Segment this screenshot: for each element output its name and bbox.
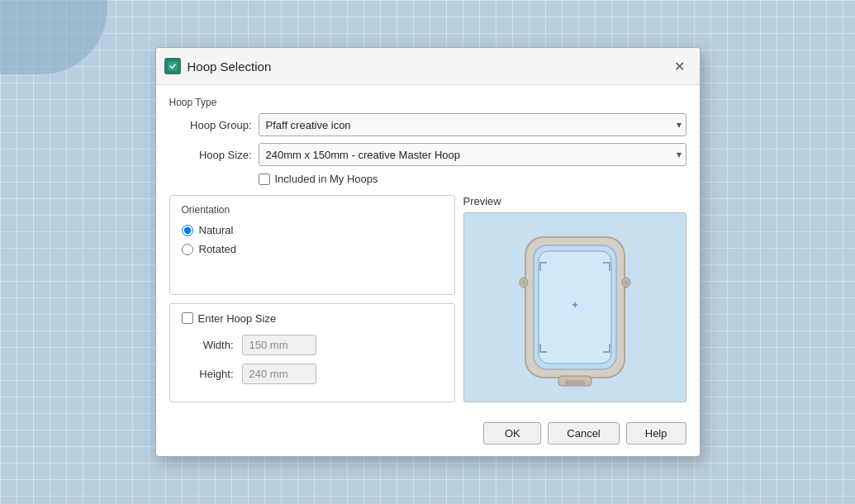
preview-box: [463, 212, 686, 402]
enter-hoop-size-checkbox[interactable]: [182, 312, 193, 324]
orientation-label: Orientation: [182, 204, 443, 216]
hoop-group-label: Hoop Group:: [169, 119, 252, 131]
enter-size-section: Enter Hoop Size Width: Height:: [169, 303, 455, 403]
hoop-size-row: Hoop Size: 240mm x 150mm - creative Mast…: [169, 143, 686, 166]
hoop-preview-svg: [517, 225, 633, 390]
hoop-size-label: Hoop Size:: [169, 149, 252, 161]
preview-label: Preview: [463, 195, 686, 207]
hoop-type-label: Hoop Type: [169, 97, 686, 108]
dialog-title: Hoop Selection: [188, 59, 670, 74]
dialog-body: Hoop Type Hoop Group: Pfaff creative ico…: [156, 85, 700, 414]
dialog-titlebar: Hoop Selection ✕: [156, 48, 700, 85]
natural-radio[interactable]: [182, 225, 193, 236]
svg-rect-11: [565, 380, 585, 385]
svg-rect-0: [168, 61, 178, 71]
included-checkbox[interactable]: [259, 174, 270, 185]
hoop-group-select-wrapper: Pfaff creative icon Pfaff standard Broth…: [259, 113, 686, 136]
height-row: Height:: [188, 364, 443, 384]
middle-row: Orientation Natural Rotated: [169, 195, 686, 402]
app-icon: [164, 58, 181, 74]
natural-radio-option: Natural: [182, 224, 443, 236]
ok-button[interactable]: OK: [483, 422, 541, 445]
svg-point-7: [522, 280, 525, 285]
svg-point-9: [625, 280, 628, 285]
height-label: Height:: [188, 368, 234, 380]
hoop-group-select[interactable]: Pfaff creative icon Pfaff standard Broth…: [259, 113, 686, 136]
width-label: Width:: [188, 339, 234, 351]
help-button[interactable]: Help: [626, 422, 686, 445]
width-row: Width:: [188, 335, 443, 355]
rotated-radio-option: Rotated: [182, 243, 443, 255]
hoop-group-row: Hoop Group: Pfaff creative icon Pfaff st…: [169, 113, 686, 136]
dialog-overlay: Hoop Selection ✕ Hoop Type Hoop Group: P…: [0, 0, 855, 504]
orientation-section: Orientation Natural Rotated: [169, 195, 455, 295]
enter-hoop-size-label[interactable]: Enter Hoop Size: [198, 312, 277, 325]
natural-label[interactable]: Natural: [199, 224, 234, 236]
enter-size-header: Enter Hoop Size: [182, 312, 443, 325]
hoop-size-select[interactable]: 240mm x 150mm - creative Master Hoop 200…: [259, 143, 686, 166]
included-label[interactable]: Included in My Hoops: [275, 173, 378, 185]
preview-section: Preview: [463, 195, 686, 402]
included-checkbox-row: Included in My Hoops: [259, 173, 686, 185]
close-button[interactable]: ✕: [670, 56, 690, 76]
hoop-size-select-wrapper: 240mm x 150mm - creative Master Hoop 200…: [259, 143, 686, 166]
rotated-label[interactable]: Rotated: [199, 243, 237, 255]
dialog-footer: OK Cancel Help: [156, 414, 700, 456]
hoop-type-section: Hoop Type Hoop Group: Pfaff creative ico…: [169, 97, 686, 185]
hoop-selection-dialog: Hoop Selection ✕ Hoop Type Hoop Group: P…: [155, 47, 701, 457]
height-input[interactable]: [242, 364, 316, 384]
width-input[interactable]: [242, 335, 316, 355]
cancel-button[interactable]: Cancel: [548, 422, 619, 445]
rotated-radio[interactable]: [182, 244, 193, 255]
